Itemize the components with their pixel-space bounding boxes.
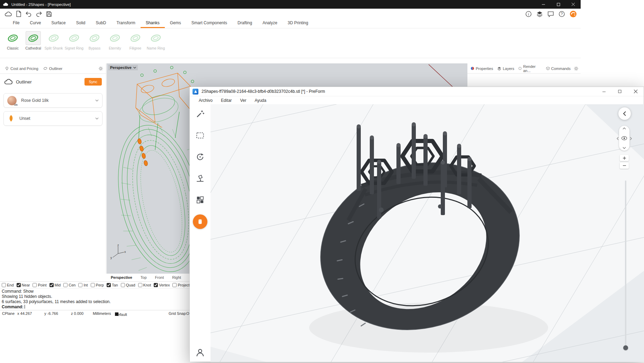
osnap-quad[interactable]: Quad [121,283,135,287]
viewport-tab-perspective[interactable]: Perspective [111,275,132,280]
account-icon[interactable] [195,348,205,357]
tab-subd[interactable]: SubD [90,20,111,28]
chat-icon[interactable] [547,11,554,17]
export-document-icon[interactable] [16,11,21,17]
layout-tool-icon[interactable] [193,193,207,207]
tab-solid[interactable]: Solid [71,20,91,28]
2shapes-logo-icon[interactable] [570,10,577,18]
collapse-panel-button[interactable] [618,107,631,120]
menu-ayuda[interactable]: Ayuda [254,98,266,103]
one-click-print-wand-icon[interactable] [193,107,207,121]
2shapes-minimize-button[interactable] [536,0,551,9]
panel-tab-properties[interactable]: Properties [469,67,494,71]
layer-slider[interactable] [625,180,626,350]
help-icon[interactable]: ? [558,11,565,17]
tab-curve[interactable]: Curve [25,20,46,28]
osnap-project-checkbox[interactable] [172,283,177,287]
panel-gear-icon[interactable] [574,66,579,71]
2shapes-close-button[interactable] [566,0,581,9]
zoom-in-button[interactable] [620,155,629,161]
panel-tab-outliner[interactable]: Outliner [41,63,65,73]
osnap-knot-checkbox[interactable] [138,283,142,287]
osnap-near-checkbox[interactable] [17,283,21,287]
osnap-quad-checkbox[interactable] [121,283,125,287]
panel-gear-icon[interactable] [98,66,103,71]
info-icon[interactable]: i [525,11,532,17]
osnap-vertex[interactable]: Vertex [154,283,170,287]
sync-button[interactable]: Sync [84,78,102,86]
panel-tab-cost-and-pricing[interactable]: Cost and Pricing [3,63,41,73]
panel-tab-commands[interactable]: Commands [545,67,572,71]
eye-icon[interactable] [621,136,627,140]
osnap-tan-checkbox[interactable] [107,283,111,287]
osnap-mid[interactable]: Mid [50,283,61,287]
ribbon-item-cathedral[interactable]: Cathedral [23,30,43,58]
preform-minimize-button[interactable] [596,87,612,96]
ribbon-item-classic[interactable]: Classic [3,30,23,58]
tab-drafting[interactable]: Drafting [232,20,257,28]
osnap-end-checkbox[interactable] [2,283,6,287]
osnap-point[interactable]: Point [33,283,46,287]
tab-smart-components[interactable]: Smart Components [186,20,232,28]
chevron-down-icon[interactable] [623,147,626,149]
view-orientation-control[interactable] [619,126,629,151]
osnap-near[interactable]: Near [17,283,30,287]
chevron-up-icon[interactable] [623,127,626,130]
osnap-int[interactable]: Int [78,283,88,287]
tab-transform[interactable]: Transform [111,20,140,28]
panel-tab-render[interactable]: Render an... [517,64,543,73]
osnap-perp[interactable]: Perp [91,283,104,287]
status-units[interactable]: Millimeters [93,311,111,316]
status-grid-snap[interactable]: Grid Snap [169,311,186,316]
save-icon[interactable] [46,11,52,17]
rotate-tool-icon[interactable] [193,150,207,164]
outliner-item-gem[interactable]: Unset [3,111,102,126]
preform-3d-viewport[interactable] [211,104,644,362]
layers-icon[interactable] [536,11,543,17]
tab-3d-printing[interactable]: 3D Printing [283,20,313,28]
cloud-sync-icon[interactable] [5,11,12,17]
viewport-tab-right[interactable]: Right [172,275,181,280]
tab-analyze[interactable]: Analyze [257,20,283,28]
menu-editar[interactable]: Editar [221,98,232,103]
chevron-down-icon[interactable] [95,99,99,101]
viewport-tab-top[interactable]: Top [141,275,147,280]
osnap-tan[interactable]: Tan [107,283,118,287]
osnap-cen[interactable]: Cen [63,283,75,287]
viewport-tab-front[interactable]: Front [155,275,164,280]
2shapes-titlebar[interactable]: Untitled - 2Shapes - [Perspective] [0,0,581,9]
zoom-out-button[interactable] [620,162,629,169]
tab-gems[interactable]: Gems [165,20,186,28]
layer-slider-handle[interactable] [623,345,628,350]
redo-icon[interactable] [36,11,42,17]
preform-maximize-button[interactable] [612,87,628,96]
osnap-perp-checkbox[interactable] [91,283,95,287]
menu-archivo[interactable]: Archivo [199,98,213,103]
preform-close-button[interactable] [628,87,644,96]
print-button[interactable] [193,214,207,229]
osnap-point-checkbox[interactable] [33,283,37,287]
osnap-project[interactable]: Project [172,283,189,287]
osnap-knot[interactable]: Knot [138,283,151,287]
tab-shanks[interactable]: Shanks [141,20,165,28]
chevron-right-icon[interactable] [630,137,632,140]
osnap-vertex-checkbox[interactable] [154,283,158,287]
osnap-end[interactable]: End [2,283,14,287]
osnap-mid-checkbox[interactable] [50,283,54,287]
chevron-down-icon[interactable] [95,117,99,119]
undo-icon[interactable] [25,11,32,17]
select-tool-icon[interactable] [193,129,207,142]
tab-surface[interactable]: Surface [46,20,71,28]
outliner-item-metal[interactable]: 18k Rose Gold 18k [3,93,102,108]
menu-ver[interactable]: Ver [240,98,246,103]
orient-tool-icon[interactable] [193,171,207,185]
status-ortho[interactable]: O [186,311,189,316]
preform-titlebar[interactable]: 2Shapes-ff789a08-2164-48c3-bfb4-d0b32370… [190,87,644,96]
tab-file[interactable]: File [8,20,25,28]
viewport-title-menu[interactable]: Perspective [108,65,138,70]
status-cplane[interactable]: CPlane [2,311,15,316]
osnap-int-checkbox[interactable] [78,283,82,287]
chevron-left-icon[interactable] [617,137,619,140]
panel-tab-layers[interactable]: Layers [496,67,515,71]
osnap-cen-checkbox[interactable] [63,283,68,287]
